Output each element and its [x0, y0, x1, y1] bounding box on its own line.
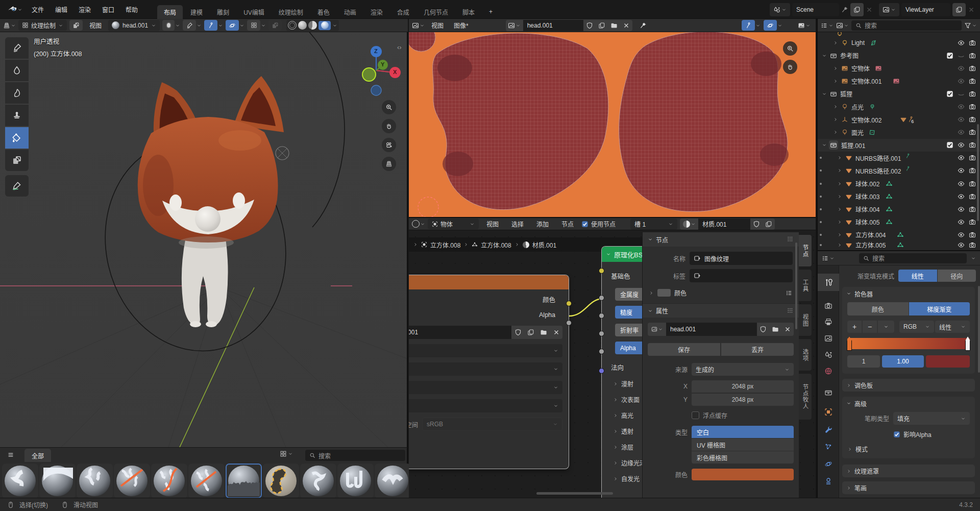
brush-selector[interactable]: head.001 — [108, 20, 160, 31]
asset-shelf-tab[interactable]: 全部 — [24, 449, 51, 462]
outliner-row-cube004[interactable]: 立方体.004 — [818, 228, 980, 241]
float-buffer-checkbox[interactable] — [692, 411, 699, 419]
picker-gradient-tab[interactable]: 梯度渐变 — [909, 302, 970, 315]
camera-icon[interactable] — [969, 103, 976, 110]
outliner-row-sphere002[interactable]: 球体.002 — [818, 177, 980, 190]
interpolation-dropdown[interactable]: 线性 — [935, 321, 970, 333]
shader-type-dropdown[interactable]: 物体 — [428, 218, 479, 229]
texture-slot-dropdown[interactable] — [247, 20, 266, 31]
node-select-menu[interactable]: 选择 — [506, 218, 529, 229]
navigation-gizmo[interactable]: Z Y X — [352, 37, 403, 99]
node-header[interactable]: head.001 — [409, 275, 569, 289]
menu-file[interactable]: 文件 — [27, 3, 49, 16]
gizmo-z-label[interactable]: Z — [374, 48, 378, 54]
asset-shelf-search[interactable]: 搜索 — [305, 450, 405, 461]
eye-icon[interactable] — [958, 39, 965, 46]
camera-icon[interactable] — [969, 52, 976, 59]
editor-type-button[interactable] — [412, 22, 425, 29]
camera-view-button[interactable] — [382, 138, 396, 152]
image-browse-button[interactable] — [506, 20, 523, 31]
eye-icon[interactable] — [958, 65, 965, 72]
mode-subsection[interactable]: 模式 — [847, 445, 975, 453]
workspace-tab-sculpting[interactable]: 雕刻 — [210, 5, 236, 19]
ortho-toggle-button[interactable] — [382, 157, 396, 171]
scene-name[interactable]: Scene — [792, 3, 839, 16]
display-channels-dropdown[interactable] — [798, 22, 811, 29]
type-uvgrid-option[interactable]: UV 栅格图 — [692, 439, 794, 451]
blender-logo-icon[interactable] — [7, 4, 22, 14]
material-browse-button[interactable] — [680, 218, 698, 230]
stop-options-button[interactable] — [878, 321, 894, 333]
image-texture-node[interactable]: head.001 颜色 Alpha head.001 线性 平直 重复 生成的 … — [409, 275, 569, 469]
image-zoom-button[interactable] — [783, 41, 797, 56]
camera-icon[interactable] — [969, 78, 976, 85]
camera-icon[interactable] — [969, 116, 976, 123]
editor-type-button[interactable] — [821, 22, 834, 29]
image-editor-canvas[interactable] — [409, 32, 816, 217]
shading-material-icon[interactable] — [308, 21, 317, 30]
sidebar-image-name[interactable]: head.001 — [666, 323, 757, 336]
item-section-title[interactable]: 属性 — [656, 306, 668, 315]
normal-socket[interactable] — [599, 368, 604, 374]
unlink-image-button[interactable] — [620, 20, 632, 31]
color-swatch-small[interactable] — [657, 289, 671, 297]
gradient-handle-right[interactable] — [965, 336, 970, 351]
tab-viewlayer[interactable] — [818, 331, 839, 346]
display-mode-button[interactable] — [836, 22, 849, 29]
tab-scene[interactable] — [818, 347, 839, 362]
camera-icon[interactable] — [969, 206, 976, 213]
outliner-row-empty1[interactable]: 空物体 — [818, 62, 980, 75]
editor-type-button[interactable] — [822, 255, 835, 262]
y-size-field[interactable]: 2048 px — [692, 394, 794, 406]
gradient-handle-left[interactable] — [847, 336, 852, 351]
camera-icon[interactable] — [969, 180, 976, 187]
projection-dropdown[interactable]: 平直 — [409, 362, 562, 376]
workspace-tab-layout[interactable]: 布局 — [157, 5, 183, 19]
menu-help[interactable]: 帮助 — [120, 3, 143, 16]
collection-checkbox[interactable] — [946, 90, 953, 98]
presets-list-icon[interactable] — [786, 289, 793, 297]
brush-thumb-3[interactable] — [77, 464, 113, 498]
editor-type-button[interactable] — [412, 220, 425, 228]
outliner-row-sphere003[interactable]: 球体.003 — [818, 190, 980, 203]
tool-fill-button[interactable] — [5, 127, 29, 149]
outliner-row-sphere005[interactable]: 球体.005 — [818, 215, 980, 228]
brush-thumb-6[interactable] — [188, 464, 225, 498]
brush-type-dropdown[interactable]: 填充 — [893, 412, 970, 425]
brush-thumb-2[interactable] — [39, 464, 76, 498]
brush-thumb-11[interactable] — [375, 464, 411, 498]
interpolation-dropdown[interactable]: 线性 — [409, 344, 562, 357]
sidebar-open-image[interactable] — [769, 323, 781, 336]
alpha-socket[interactable] — [599, 349, 604, 354]
sidebar-tab-view[interactable]: 视图 — [799, 304, 812, 336]
tab-particles[interactable] — [818, 439, 839, 454]
shading-wireframe-icon[interactable] — [288, 21, 297, 30]
camera-icon[interactable] — [969, 154, 976, 161]
gradient-linear-button[interactable]: 线性 — [898, 270, 937, 282]
pin-image-icon[interactable] — [640, 22, 647, 29]
stop-color-swatch[interactable] — [926, 355, 970, 368]
options-chevron-icon[interactable] — [971, 256, 976, 261]
node-editor[interactable]: 立方体.008 立方体.008 材质.001 head.001 颜色 Alpha… — [409, 230, 816, 498]
camera-icon[interactable] — [969, 193, 976, 200]
outliner-row-cube005[interactable]: 立方体.005 — [818, 241, 980, 249]
outliner-row-partial[interactable] — [818, 32, 980, 36]
collection-checkbox[interactable] — [946, 141, 953, 149]
advanced-section-header[interactable]: 高级 — [842, 397, 975, 410]
eye-icon[interactable] — [958, 241, 965, 249]
eye-icon[interactable] — [958, 193, 965, 200]
region-toggle-icon[interactable]: ‹› — [397, 43, 402, 51]
sidebar-fake-user[interactable] — [757, 323, 769, 336]
ior-socket[interactable] — [599, 331, 604, 336]
viewlayer-copy-button[interactable] — [952, 3, 966, 16]
zoom-gizmo-button[interactable] — [382, 100, 396, 114]
outliner-scrollbar[interactable] — [977, 124, 979, 221]
open-image-button[interactable] — [608, 20, 620, 31]
scene-copy-button[interactable] — [850, 3, 864, 16]
stop-position-slider[interactable]: 1.00 — [882, 355, 924, 368]
camera-icon[interactable] — [969, 231, 976, 238]
outliner-row-empty3[interactable]: 空物体.002 6 — [818, 113, 980, 126]
mode-dropdown[interactable]: 纹理绘制 — [18, 20, 67, 31]
gizmo-x-label[interactable]: X — [393, 69, 397, 75]
color-output-socket[interactable] — [566, 301, 572, 306]
